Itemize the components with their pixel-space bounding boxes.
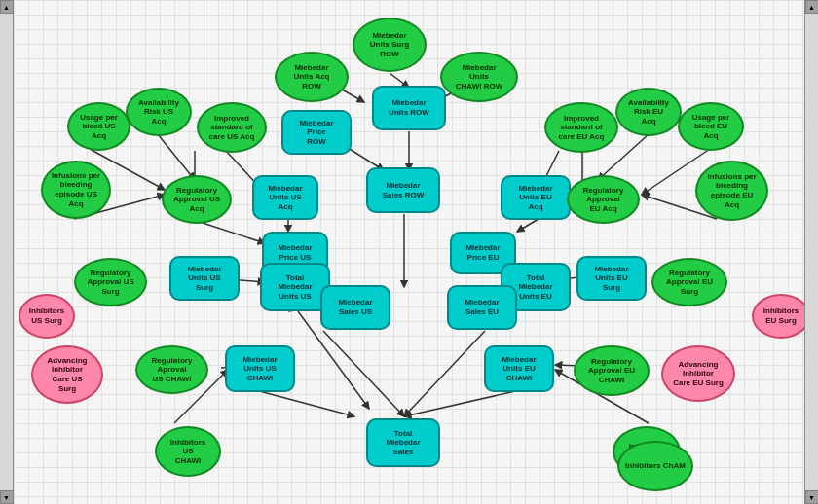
node-miebedar-units-eu-surg[interactable]: MiebedarUnits EUSurg	[576, 256, 647, 301]
node-miebedar-sales-row[interactable]: MiebedarSales ROW	[366, 167, 440, 213]
scroll-track-right	[805, 14, 818, 490]
scrollbar-left[interactable]: ▲ ▼	[0, 0, 14, 504]
svg-line-32	[404, 389, 524, 416]
node-miebedar-sales-us[interactable]: MiebedarSales US	[320, 285, 390, 330]
node-inhibitors-chawi[interactable]: Inhibitors ChAM	[617, 441, 693, 491]
node-miebedar-units-surg-row[interactable]: MiebedarUnits SurgROW	[353, 18, 427, 72]
scroll-up-left[interactable]: ▲	[0, 0, 14, 14]
svg-line-3	[158, 134, 195, 180]
node-miebedar-units-us-acq[interactable]: MiebedarUnits USAcq	[252, 175, 318, 220]
node-regulatory-approval-eu-surg[interactable]: RegulatoryApproval EUSurg	[651, 258, 727, 306]
scroll-up-right[interactable]: ▲	[805, 0, 819, 14]
scroll-down-right[interactable]: ▼	[805, 490, 819, 504]
node-improved-std-eu-acq[interactable]: Improvedstandard ofcare EU Acq	[544, 102, 618, 153]
node-miebedar-units-chawi-row[interactable]: MiebedarUnitsCHAWI ROW	[440, 52, 518, 102]
node-availability-risk-eu-acq[interactable]: AvailabilityRisk EUAcq	[615, 88, 682, 136]
node-regulatory-approval-us-acq[interactable]: RegulatoryApproval USAcq	[162, 175, 232, 224]
scroll-down-left[interactable]: ▼	[0, 490, 14, 504]
scrollbar-right[interactable]: ▲ ▼	[804, 0, 818, 504]
node-improved-std-us-acq[interactable]: Improvedstandard ofcare US Acq	[197, 102, 267, 153]
node-infusions-per-bleeding-eu-acq[interactable]: Infusions perbleedingepisode EUAcq	[695, 161, 768, 221]
node-miebedar-units-us-surg[interactable]: MiebedarUnits USSurg	[169, 256, 240, 301]
main-container: ▲ ▼	[0, 0, 818, 504]
node-regulatory-aproval-us-chawi[interactable]: RegulatoryAprovalUS CHAWI	[135, 345, 208, 394]
node-availability-risk-us-acq[interactable]: AvailabilityRisk USAcq	[126, 88, 192, 136]
node-usage-per-bleed-us-acq[interactable]: Usage perbleed USAcq	[67, 102, 130, 151]
node-miebedar-units-us-chawi[interactable]: MiebedarUnits USCHAWI	[225, 345, 295, 392]
node-miebedar-units-eu-chawi[interactable]: MiebedarUnits EUCHAWI	[484, 345, 554, 392]
svg-line-27	[404, 331, 485, 416]
node-total-miebedar-sales[interactable]: TotalMiebedarSales	[366, 418, 440, 467]
node-advancing-inhibitor-care-us-surg[interactable]: AdvancingInhibitorCare USSurg	[31, 345, 103, 404]
node-regulatory-approval-eu-chawi[interactable]: RegulatoryApproval EUCHAWI	[574, 345, 650, 396]
node-inhibitors-us-chawi[interactable]: InhibitorsUSCHAWI	[155, 426, 221, 477]
scroll-track-left	[0, 14, 13, 490]
node-inhibitors-us-surg[interactable]: InhibitorsUS Surg	[19, 294, 75, 339]
node-regulatory-approval-eu-acq[interactable]: RegulatoryApprovalEU Acq	[567, 175, 640, 224]
node-miebedar-units-eu-acq[interactable]: MiebedarUnits EUAcq	[501, 175, 571, 220]
node-advancing-inhibitor-care-eu-surg[interactable]: AdvancingInhibitorCare EU Surg	[661, 345, 735, 402]
node-usage-per-bleed-eu-acq[interactable]: Usage perbleed EUAcq	[678, 102, 744, 151]
svg-line-28	[323, 331, 404, 416]
canvas-area: Usage perbleed USAcq AvailabilityRisk US…	[14, 0, 804, 504]
node-miebedar-price-row[interactable]: MiebedarPriceROW	[281, 110, 352, 155]
node-miebedar-units-row[interactable]: MiebedarUnits ROW	[372, 86, 446, 130]
node-infusions-per-bleeding-us-acq[interactable]: Infusions perbleedingepisode USAcq	[41, 161, 111, 219]
node-miebedar-units-acq-row[interactable]: MiebedarUnits AcqROW	[275, 52, 349, 102]
node-inhibitors-eu-surg[interactable]: InhibitorsEU Surg	[752, 294, 804, 339]
svg-line-23	[517, 219, 539, 232]
svg-line-6	[200, 222, 265, 243]
svg-line-31	[252, 389, 354, 416]
node-regulatory-approval-us-surg[interactable]: RegulatoryApproval USSurg	[74, 258, 147, 306]
node-miebedar-sales-eu[interactable]: MiebedarSales EU	[447, 285, 517, 330]
